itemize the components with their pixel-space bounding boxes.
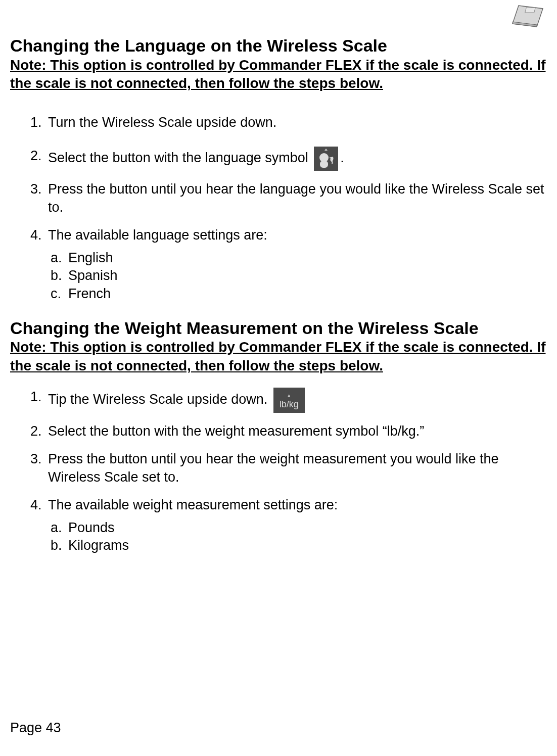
step-text: Turn the Wireless Scale upside down. [48,115,276,130]
step-4: 4. The available weight measurement sett… [30,496,547,555]
option-label: Pounds [68,520,115,535]
section1-steps-list: 1. Turn the Wireless Scale upside down. … [10,113,547,303]
language-symbol-icon [314,147,338,171]
step-2: 2. Select the button with the weight mea… [30,422,547,440]
weight-options-list: a.Pounds b.Kilograms [48,519,547,554]
list-item: c.French [51,285,547,303]
lbkg-symbol-icon: ▲ lb/kg [273,388,305,413]
lbkg-label: lb/kg [280,400,299,409]
page-number: Page 43 [10,720,61,736]
step-text: The available weight measurement setting… [48,497,338,512]
step-3: 3. Press the button until you hear the l… [30,180,547,217]
step-2: 2. Select the button with the language s… [30,147,547,171]
section2-steps-list: 1. Tip the Wireless Scale upside down. ▲… [10,388,547,554]
scale-icon [506,3,547,30]
option-label: French [68,286,111,301]
section2-title: Changing the Weight Measurement on the W… [10,318,547,339]
step-text: The available language settings are: [48,227,267,243]
list-item: a.English [51,249,547,267]
option-label: Kilograms [68,538,129,553]
svg-rect-2 [525,8,536,13]
section1-title: Changing the Language on the Wireless Sc… [10,35,547,56]
list-item: a.Pounds [51,519,547,537]
step-text: Select the button with the weight measur… [48,423,424,439]
step-1: 1. Turn the Wireless Scale upside down. [30,113,547,131]
step-1: 1. Tip the Wireless Scale upside down. ▲… [30,388,547,413]
section2-note: Note: This option is controlled by Comma… [10,338,547,375]
step-text: Press the button until you hear the lang… [48,181,544,215]
list-item: b.Spanish [51,267,547,285]
step-3: 3. Press the button until you hear the w… [30,450,547,487]
step-text-part1: Select the button with the language symb… [48,150,312,165]
step-text-part2: . [340,150,344,165]
step-text: Tip the Wireless Scale upside down. [48,392,271,407]
language-options-list: a.English b.Spanish c.French [48,249,547,302]
list-item: b.Kilograms [51,537,547,554]
step-4: 4. The available language settings are: … [30,226,547,303]
option-label: English [68,250,113,265]
svg-rect-6 [320,161,328,168]
option-label: Spanish [68,268,118,283]
section1-note: Note: This option is controlled by Comma… [10,56,547,93]
step-text: Press the button until you hear the weig… [48,451,499,485]
